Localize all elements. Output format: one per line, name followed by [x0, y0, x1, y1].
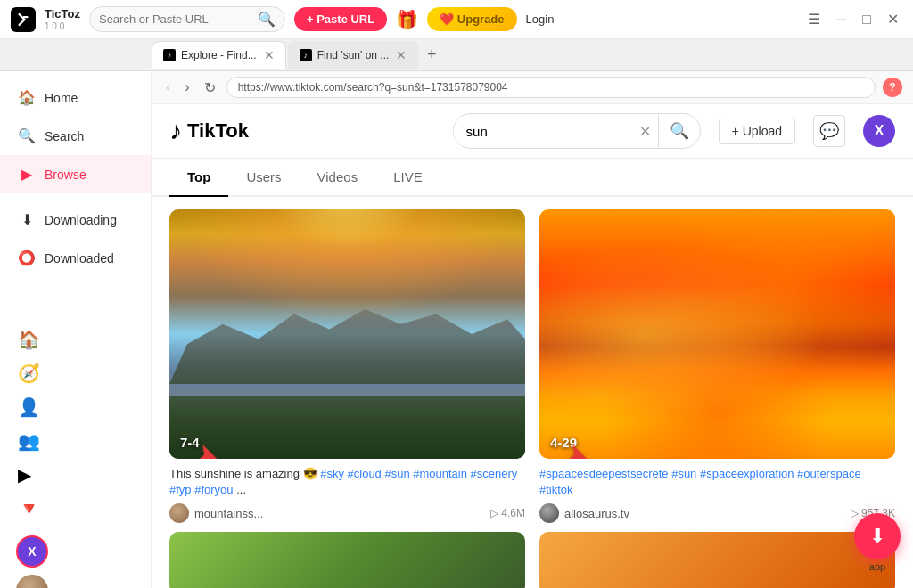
title-bar: TicToz 1.0.0 🔍 + Paste URL 🎁 ❤️ Upgrade … — [0, 0, 913, 39]
tab-sun-label: Find 'sun' on ... — [317, 49, 390, 61]
close-button[interactable]: ✕ — [884, 9, 902, 29]
download-fab-icon: ⬇ — [869, 525, 885, 548]
video-2-meta: allosaurus.tv ▷ 957.3K — [539, 503, 895, 523]
sidebar: 🏠 Home 🔍 Search ▶ Browse ⬇ Downloading ⭕… — [0, 71, 152, 588]
tab-explore-close[interactable]: ✕ — [264, 49, 275, 61]
sidebar-home-label: Home — [45, 91, 78, 105]
main-area: 🏠 Home 🔍 Search ▶ Browse ⬇ Downloading ⭕… — [0, 71, 913, 588]
tab-explore-label: Explore - Find... — [181, 49, 257, 61]
downloading-icon: ⬇ — [18, 211, 36, 228]
video-1-meta: mountainss... ▷ 4.6M — [169, 503, 525, 523]
app-logo — [11, 7, 36, 32]
tab-videos[interactable]: Videos — [300, 159, 376, 197]
video-card-1[interactable]: 7-4 ➤ This sunshine is amazing 😎 #sky #c… — [169, 209, 525, 523]
search-icon: 🔍 — [258, 11, 276, 28]
app-info: TicToz 1.0.0 — [45, 7, 80, 31]
app-name: TicToz — [45, 7, 80, 21]
tab-users[interactable]: Users — [228, 159, 299, 197]
sidebar-search-label: Search — [45, 129, 84, 143]
tiktok-logo-icon: ♪ — [169, 117, 182, 145]
tiktok-nav-compass[interactable]: 🧭 — [18, 363, 140, 384]
sidebar-downloading-label: Downloading — [45, 213, 117, 227]
tiktok-upload-button[interactable]: + Upload — [719, 118, 795, 144]
downloaded-icon: ⭕ — [18, 249, 36, 266]
video-1-author: mountainss... — [169, 503, 263, 523]
tab-explore[interactable]: ♪ Explore - Find... ✕ — [152, 41, 286, 69]
tab-sun[interactable]: ♪ Find 'sun' on ... ✕ — [288, 41, 419, 69]
help-button[interactable]: ? — [883, 78, 902, 97]
bottom-thumb-1[interactable] — [169, 532, 525, 588]
url-text: https://www.tiktok.com/search?q=sun&t=17… — [238, 81, 508, 94]
tiktok-nav-friends[interactable]: 👤 — [18, 396, 140, 418]
tiktok-user-avatar[interactable]: X — [863, 115, 895, 147]
tab-sun-close[interactable]: ✕ — [396, 49, 407, 61]
sidebar-downloaded-label: Downloaded — [45, 251, 114, 265]
download-fab-container: ⬇ app — [854, 513, 901, 572]
sidebar-item-home[interactable]: 🏠 Home — [0, 78, 151, 117]
sidebar-item-downloaded[interactable]: ⭕ Downloaded — [0, 239, 151, 277]
sidebar-avatar-1[interactable]: X — [16, 535, 48, 568]
back-button[interactable]: ‹ — [162, 78, 174, 97]
url-bar[interactable]: https://www.tiktok.com/search?q=sun&t=17… — [226, 77, 876, 98]
tiktok-nav-home[interactable]: 🏠 — [18, 329, 140, 350]
video-thumb-2: 4-29 ➤ — [539, 209, 895, 459]
videos-grid: 7-4 ➤ This sunshine is amazing 😎 #sky #c… — [169, 209, 895, 523]
tiktok-logo-text: TikTok — [187, 119, 249, 143]
window-controls: ☰ ─ □ ✕ — [804, 9, 902, 29]
upgrade-button[interactable]: ❤️ Upgrade — [427, 7, 516, 31]
video-1-desc: This sunshine is amazing 😎 #sky #cloud #… — [169, 466, 525, 498]
title-search-input[interactable] — [99, 12, 252, 26]
sidebar-browse-label: Browse — [45, 167, 86, 182]
video-2-author: allosaurus.tv — [539, 503, 629, 523]
tabs-bar: ♪ Explore - Find... ✕ ♪ Find 'sun' on ..… — [0, 39, 913, 71]
address-bar: ‹ › ↻ https://www.tiktok.com/search?q=su… — [152, 71, 913, 104]
tiktok-search-button[interactable]: 🔍 — [658, 114, 700, 148]
video-thumb-1: 7-4 ➤ — [169, 209, 525, 459]
download-arrow-1: ➤ — [196, 438, 220, 459]
videos-container: 7-4 ➤ This sunshine is amazing 😎 #sky #c… — [152, 197, 913, 588]
sidebar-avatars: 🏠 🧭 👤 👥 ▶ 🔻 X — [0, 277, 151, 588]
download-fab-button[interactable]: ⬇ — [854, 513, 901, 559]
tiktok-nav-following[interactable]: 👥 — [18, 430, 140, 452]
sidebar-avatar-2[interactable] — [16, 575, 48, 588]
tiktok-search-clear[interactable]: ✕ — [632, 119, 658, 143]
tab-sun-icon: ♪ — [300, 49, 312, 61]
minimize-button[interactable]: ─ — [833, 10, 850, 29]
home-icon: 🏠 — [18, 89, 36, 106]
bottom-row — [169, 532, 895, 588]
paste-url-button[interactable]: + Paste URL — [294, 7, 387, 31]
search-tabs: Top Users Videos LIVE — [152, 159, 913, 197]
tiktok-message-button[interactable]: 💬 — [813, 115, 845, 147]
author-2-avatar — [539, 503, 559, 523]
tiktok-search-input[interactable] — [454, 117, 632, 146]
forward-button[interactable]: › — [181, 78, 193, 97]
author-2-name: allosaurus.tv — [564, 507, 629, 520]
tiktok-nav-more[interactable]: 🔻 — [18, 498, 140, 519]
author-1-name: mountainss... — [194, 507, 263, 520]
tab-live[interactable]: LIVE — [375, 159, 440, 197]
download-fab-label: app — [869, 561, 885, 572]
refresh-button[interactable]: ↻ — [201, 78, 219, 98]
tiktok-logo[interactable]: ♪ TikTok — [169, 117, 249, 145]
browser-area: ‹ › ↻ https://www.tiktok.com/search?q=su… — [152, 71, 913, 588]
login-button[interactable]: Login — [526, 12, 555, 26]
app-version: 1.0.0 — [45, 21, 80, 31]
author-1-avatar — [169, 503, 189, 523]
sidebar-item-search[interactable]: 🔍 Search — [0, 117, 151, 155]
sidebar-item-browse[interactable]: ▶ Browse — [0, 155, 151, 193]
new-tab-button[interactable]: + — [420, 44, 443, 67]
search-sidebar-icon: 🔍 — [18, 127, 36, 144]
title-search-bar[interactable]: 🔍 — [89, 6, 285, 32]
menu-button[interactable]: ☰ — [804, 9, 824, 29]
tiktok-search-bar[interactable]: ✕ 🔍 — [453, 113, 701, 149]
tiktok-nav-live[interactable]: ▶ — [18, 464, 140, 486]
video-1-views: ▷ 4.6M — [490, 507, 525, 519]
tiktok-header: ♪ TikTok ✕ 🔍 + Upload 💬 X — [152, 104, 913, 159]
tab-top[interactable]: Top — [169, 159, 228, 197]
gift-icon[interactable]: 🎁 — [396, 9, 418, 30]
video-card-2[interactable]: 4-29 ➤ #spaacesdeepestsecrete #sun #spac… — [539, 209, 895, 523]
sidebar-item-downloading[interactable]: ⬇ Downloading — [0, 200, 151, 239]
download-arrow-2: ➤ — [566, 438, 590, 459]
bottom-thumb-2[interactable] — [539, 532, 895, 588]
maximize-button[interactable]: □ — [859, 10, 875, 29]
